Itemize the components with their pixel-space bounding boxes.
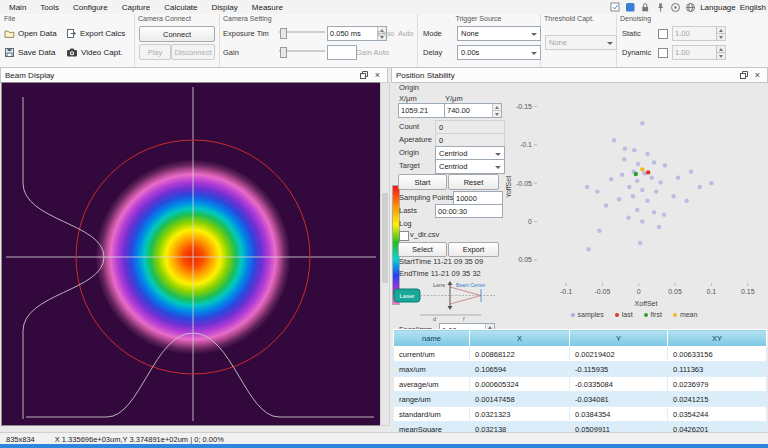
stat-name-cell: current/um	[394, 347, 470, 362]
reset-button[interactable]: Reset	[448, 174, 499, 190]
stat-value-cell: 0.0384354	[570, 407, 668, 422]
info-icon[interactable]	[670, 2, 681, 13]
scatter-point-last	[646, 170, 650, 174]
trigger-source-label: Trigger Source	[417, 15, 540, 22]
language-label: Language	[700, 3, 736, 12]
gain-value-input[interactable]	[327, 45, 357, 60]
dynamic-spinner[interactable]	[716, 46, 725, 59]
table-row: average/um0.000605324-0.03350840.0236979	[394, 377, 767, 392]
expo-auto-button[interactable]: Auto	[398, 29, 413, 38]
gain-slider-thumb[interactable]	[280, 47, 287, 58]
resolution-text: 835x834	[0, 435, 41, 444]
target-mode-label: Target	[399, 161, 420, 170]
threshold-dropdown[interactable]: None	[545, 35, 617, 50]
static-checkbox[interactable]	[658, 29, 668, 39]
save-icon	[4, 47, 15, 58]
camera-setting-label: Camera Setting	[223, 15, 272, 22]
delay-value: 0.00s	[461, 48, 479, 57]
stability-scatter-plot: -0.1-0.0500.050.10.15-0.15-0.1-0.0500.05…	[503, 83, 765, 309]
dynamic-value-input[interactable]: 1.00	[672, 45, 726, 60]
mode-dropdown[interactable]: None	[457, 26, 541, 41]
laser-optics-diagram: Laser Lens Beam Center d f	[393, 280, 499, 322]
column-header[interactable]: name	[394, 330, 470, 347]
language-selector[interactable]: English	[740, 3, 766, 12]
file-section: File Open Data Export Calcs Save Data Vi…	[0, 14, 135, 67]
connect-button[interactable]: Connect	[139, 26, 215, 42]
lock-icon[interactable]	[640, 2, 651, 13]
origin-y-spinner[interactable]	[492, 104, 501, 117]
scatter-point-samples	[684, 199, 688, 203]
origin-x-value: 1059.21	[401, 106, 428, 115]
scatter-point-samples	[658, 180, 662, 184]
x-tick-label: 0.1	[707, 288, 717, 295]
export-calcs-button[interactable]: Export Calcs	[66, 26, 125, 41]
scatter-point-mean	[640, 167, 644, 171]
target-mode-dropdown[interactable]: Centriod	[435, 159, 505, 174]
csv-checkbox-label: v_dir.csv	[410, 230, 439, 239]
aperture-label: Aperature	[399, 135, 432, 144]
menu-item-tools[interactable]: Tools	[33, 3, 66, 12]
scatter-point-samples	[597, 229, 601, 233]
origin-section-label: Origin	[399, 83, 419, 92]
float-panel-icon[interactable]	[358, 70, 369, 81]
disconnect-button[interactable]: Disconnect	[171, 44, 215, 60]
target-mode-value: Centriod	[439, 162, 467, 171]
menu-items: MainToolsConfigureCaptureCalculateDispla…	[2, 3, 290, 12]
close-panel-icon[interactable]: ×	[372, 70, 383, 81]
menu-item-main[interactable]: Main	[2, 3, 33, 12]
column-header[interactable]: XY	[668, 330, 767, 347]
save-data-button[interactable]: Save Data	[4, 45, 55, 60]
start-button[interactable]: Start	[398, 174, 447, 190]
column-header[interactable]: X	[470, 330, 570, 347]
export-button[interactable]: Export	[448, 242, 499, 257]
gain-slider[interactable]	[279, 46, 325, 56]
static-spinner[interactable]	[716, 27, 725, 40]
dynamic-checkbox[interactable]	[658, 48, 668, 58]
play-button[interactable]: Play	[139, 44, 171, 60]
menu-item-display[interactable]: Display	[205, 3, 245, 12]
menu-item-configure[interactable]: Configure	[66, 3, 115, 12]
scatter-point-samples	[652, 210, 656, 214]
scrollbar-thumb[interactable]	[382, 193, 388, 283]
exposure-slider-thumb[interactable]	[280, 28, 287, 39]
globe-icon[interactable]	[685, 2, 696, 13]
chevron-down-icon	[531, 52, 537, 58]
beam-image-canvas[interactable]	[1, 82, 381, 426]
stat-value-cell: 0.0236979	[668, 377, 767, 392]
static-label: Static	[622, 29, 641, 38]
x-tick-label: -0.1	[560, 288, 572, 295]
scatter-point-samples	[604, 203, 608, 207]
exposure-slider[interactable]	[279, 27, 325, 37]
count-readout: 0	[435, 120, 505, 134]
delay-label: Delay	[423, 48, 442, 57]
stat-value-cell: 0.00147458	[470, 392, 570, 407]
legend-item-last: last	[615, 311, 633, 318]
scatter-point-samples	[609, 177, 613, 181]
pin-icon[interactable]	[655, 2, 666, 13]
delay-dropdown[interactable]: 0.00s	[457, 45, 541, 60]
open-data-button[interactable]: Open Data	[4, 26, 57, 41]
video-capture-button[interactable]: Video Capt.	[66, 45, 123, 60]
expo-button[interactable]: Expo	[377, 29, 394, 38]
apps-icon[interactable]	[625, 2, 636, 13]
column-header[interactable]: Y	[570, 330, 668, 347]
menu-item-calculate[interactable]: Calculate	[157, 3, 204, 12]
static-value-input[interactable]: 1.00	[672, 26, 726, 41]
menu-item-measure[interactable]: Measure	[245, 3, 290, 12]
menu-item-capture[interactable]: Capture	[115, 3, 157, 12]
beam-vertical-scrollbar[interactable]	[380, 82, 390, 426]
count-label: Count	[399, 122, 419, 131]
select-button[interactable]: Select	[398, 242, 447, 257]
gain-auto-button[interactable]: Gain Auto	[356, 48, 389, 57]
y-tick-label: 0.05	[518, 256, 532, 263]
lasts-input[interactable]: 00:00:30	[435, 204, 503, 218]
checkbox-icon[interactable]	[610, 2, 621, 13]
sampling-points-input[interactable]: 10000	[453, 191, 503, 205]
menubar-right-icons: Language English	[610, 2, 768, 13]
scatter-point-samples	[622, 157, 626, 161]
csv-checkbox[interactable]	[399, 231, 409, 241]
origin-y-input[interactable]: 740.00	[444, 103, 502, 118]
close-panel-icon[interactable]: ×	[752, 70, 763, 81]
menu-bar: MainToolsConfigureCaptureCalculateDispla…	[0, 0, 768, 15]
float-panel-icon[interactable]	[738, 70, 749, 81]
